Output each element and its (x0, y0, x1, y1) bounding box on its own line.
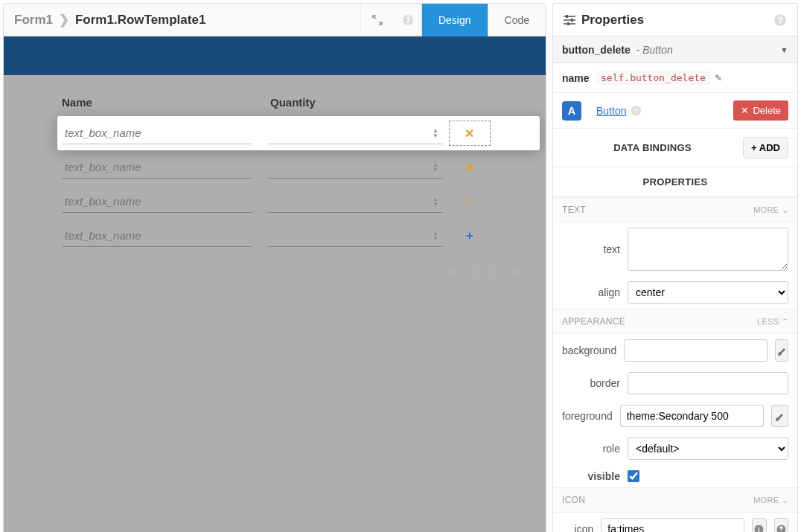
upload-icon (776, 525, 786, 533)
sliders-icon (564, 15, 575, 25)
tab-code[interactable]: Code (488, 4, 546, 36)
less-toggle[interactable]: LESS ⌃ (757, 317, 788, 327)
page-next-icon[interactable]: › (492, 265, 496, 278)
svg-rect-4 (567, 22, 569, 25)
qty-input[interactable] (267, 156, 443, 179)
qty-input[interactable] (267, 122, 443, 144)
group-text[interactable]: TEXT MORE ⌄ (553, 197, 797, 222)
name-label: name (562, 72, 596, 84)
prop-label-text: text (562, 243, 620, 255)
col-header-qty: Quantity (270, 96, 535, 109)
properties-header: Properties ? (553, 4, 797, 36)
times-icon: ✕ (465, 161, 474, 175)
group-icon[interactable]: ICON MORE ⌄ (553, 487, 797, 513)
times-icon: ✕ (465, 126, 474, 141)
visible-checkbox[interactable] (628, 470, 639, 482)
name-input[interactable] (62, 225, 252, 247)
prop-label-border: border (562, 377, 620, 389)
stepper-icon[interactable]: ▲▼ (433, 128, 438, 138)
row-delete[interactable]: ✕ (449, 161, 491, 175)
page-last-icon[interactable]: » (512, 265, 519, 278)
stepper-icon[interactable]: ▲▼ (433, 196, 438, 207)
stepper-icon[interactable]: ▲▼ (433, 162, 438, 173)
role-select[interactable]: <default> (628, 438, 788, 460)
properties-section-title: PROPERTIES (553, 167, 797, 197)
table-row: ▲▼ ✕ (57, 185, 540, 219)
foreground-input[interactable] (620, 405, 764, 427)
name-input[interactable] (62, 122, 252, 144)
svg-text:?: ? (777, 15, 783, 25)
name-value[interactable]: self.button_delete (596, 71, 710, 85)
page-first-icon[interactable]: « (449, 265, 456, 278)
breadcrumb-current: Form1.RowTemplate1 (75, 13, 205, 28)
qty-input[interactable] (267, 225, 443, 247)
class-row: A Button ? ✕Delete (553, 93, 797, 129)
expand-button[interactable] (360, 4, 395, 36)
component-name: button_delete (562, 44, 631, 56)
pager: « ‹ › » (57, 253, 540, 290)
delete-button-component[interactable]: ✕ (449, 121, 491, 146)
more-toggle[interactable]: MORE ⌄ (753, 496, 788, 505)
color-picker-button[interactable] (771, 405, 788, 427)
info-button[interactable]: i (752, 518, 766, 532)
align-select[interactable]: center (628, 281, 788, 304)
more-toggle[interactable]: MORE ⌄ (753, 205, 788, 215)
table-row: ▲▼ + (57, 219, 540, 253)
bindings-label: DATA BINDINGS (562, 142, 743, 153)
times-icon: ✕ (741, 105, 749, 116)
add-binding-button[interactable]: + ADD (743, 137, 788, 158)
plus-icon: + (466, 229, 473, 243)
svg-rect-3 (571, 19, 573, 22)
help-icon[interactable]: ? (773, 13, 787, 27)
grid-header: Name Quantity (57, 96, 540, 116)
name-property-row: name self.button_delete ✎ (553, 63, 797, 93)
times-icon: ✕ (465, 195, 474, 209)
pencil-icon[interactable]: ✎ (715, 73, 722, 83)
tab-design[interactable]: Design (421, 4, 488, 36)
design-canvas[interactable]: Name Quantity ▲▼ ✕ ▲▼ ✕ (4, 36, 546, 532)
prop-label-icon: icon (562, 523, 593, 532)
svg-rect-2 (566, 15, 568, 18)
background-input[interactable] (624, 339, 768, 362)
help-icon[interactable]: ? (402, 14, 414, 26)
page-prev-icon[interactable]: ‹ (471, 265, 475, 278)
component-badge: A (562, 101, 581, 121)
group-appearance[interactable]: APPEARANCE LESS ⌃ (553, 309, 797, 334)
upload-button[interactable] (774, 518, 788, 532)
panel-title: Properties (581, 13, 644, 28)
row-template-selected[interactable]: ▲▼ ✕ (57, 116, 540, 150)
prop-label-visible: visible (562, 470, 620, 482)
prop-label-background: background (562, 344, 616, 356)
expand-icon (372, 15, 383, 25)
text-input[interactable] (628, 228, 788, 271)
chevron-down-icon: ▼ (780, 45, 788, 54)
component-type: - Button (634, 44, 673, 56)
qty-input[interactable] (267, 190, 443, 213)
row-add[interactable]: + (449, 229, 491, 243)
icon-input[interactable] (601, 518, 744, 532)
name-input[interactable] (62, 190, 252, 213)
breadcrumb: Form1 ❯ Form1.RowTemplate1 (4, 12, 360, 28)
app-header-bar (4, 36, 546, 75)
col-header-name: Name (62, 96, 270, 109)
chevron-right-icon: ❯ (59, 12, 69, 28)
svg-text:?: ? (634, 107, 639, 115)
color-picker-button[interactable] (775, 339, 788, 362)
component-selector[interactable]: button_delete - Button ▼ (553, 36, 797, 63)
svg-text:i: i (759, 526, 761, 533)
name-input[interactable] (62, 156, 252, 179)
toolbar: Form1 ❯ Form1.RowTemplate1 ? Design Code (4, 4, 546, 36)
row-delete[interactable]: ✕ (449, 195, 491, 209)
table-row: ▲▼ ✕ (57, 150, 540, 185)
border-input[interactable] (628, 372, 788, 394)
prop-label-foreground: foreground (562, 410, 613, 422)
stepper-icon[interactable]: ▲▼ (433, 231, 438, 241)
breadcrumb-parent[interactable]: Form1 (14, 13, 53, 28)
help-icon[interactable]: ? (631, 105, 642, 116)
brush-icon (776, 345, 787, 356)
class-link[interactable]: Button (596, 105, 626, 117)
data-bindings-row: DATA BINDINGS + ADD (553, 129, 797, 167)
prop-label-align: align (562, 286, 620, 298)
info-icon: i (754, 525, 764, 533)
delete-button[interactable]: ✕Delete (733, 100, 788, 121)
